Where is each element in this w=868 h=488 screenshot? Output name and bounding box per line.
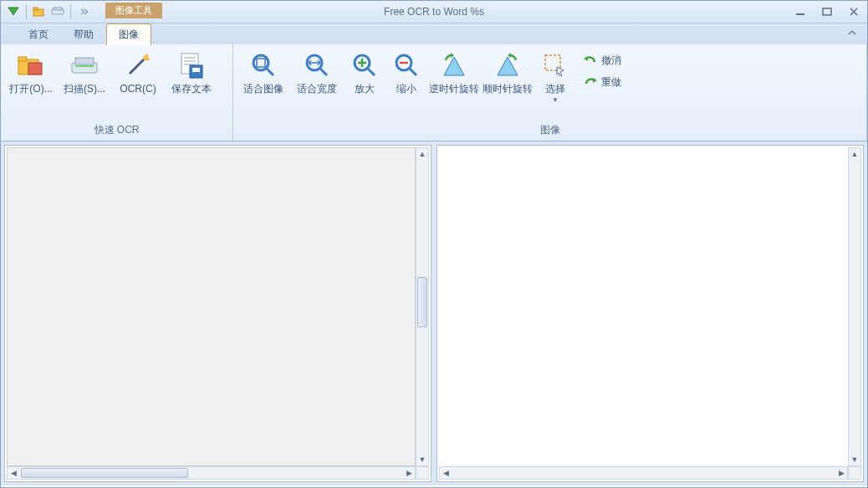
- vertical-scrollbar-left[interactable]: ▲ ▼: [416, 147, 429, 466]
- qat-divider: [26, 4, 27, 19]
- zoom-in-button[interactable]: 放大: [344, 48, 385, 98]
- svg-marker-33: [444, 57, 464, 75]
- rotate-ccw-label: 逆时针旋转: [429, 83, 479, 95]
- maximize-button[interactable]: [819, 4, 835, 19]
- scrollbar-corner: [416, 466, 429, 480]
- select-label: 选择: [545, 83, 565, 95]
- horizontal-scrollbar-left[interactable]: ◀ ▶: [7, 466, 416, 480]
- tab-image[interactable]: 图像: [106, 23, 151, 45]
- fit-width-icon: [303, 51, 331, 80]
- text-output-pane: ▲ ▼ ◀ ▶: [437, 145, 864, 482]
- scan-label: 扫描(S)...: [64, 83, 105, 95]
- svg-rect-11: [75, 58, 94, 64]
- svg-marker-35: [498, 57, 518, 75]
- text-area[interactable]: [439, 147, 848, 466]
- svg-line-27: [368, 69, 375, 75]
- scan-button[interactable]: 扫描(S)...: [58, 48, 111, 98]
- collapse-ribbon-icon[interactable]: [847, 28, 857, 41]
- svg-rect-5: [796, 13, 804, 15]
- open-label: 打开(O)...: [9, 83, 52, 95]
- scroll-right-icon[interactable]: ▶: [403, 467, 415, 479]
- undo-icon: [583, 53, 598, 68]
- fit-image-button[interactable]: 适合图像: [237, 48, 290, 98]
- rotate-cw-label: 顺时针旋转: [483, 83, 533, 95]
- rotate-cw-button[interactable]: 顺时针旋转: [481, 48, 534, 98]
- group-title-image: 图像: [237, 121, 863, 141]
- magic-wand-icon: [124, 51, 152, 80]
- undo-button[interactable]: 撤消: [580, 51, 625, 69]
- tab-home[interactable]: 首页: [16, 23, 61, 45]
- zoom-out-button[interactable]: 缩小: [385, 48, 427, 98]
- svg-line-31: [410, 69, 416, 75]
- window-controls: [792, 4, 862, 19]
- tab-help[interactable]: 帮助: [61, 23, 106, 45]
- titlebar: 图像工具 Free OCR to Word %s: [1, 1, 867, 23]
- scroll-down-icon[interactable]: ▼: [849, 454, 860, 465]
- rotate-ccw-icon: [440, 51, 468, 80]
- save-text-button[interactable]: 保存文本: [165, 48, 218, 98]
- redo-button[interactable]: 重做: [580, 73, 625, 91]
- ribbon: 打开(O)... 扫描(S)... OCR(C) 保存文本 快: [1, 44, 867, 141]
- group-title-quick-ocr: 快速 OCR: [4, 121, 229, 141]
- scroll-right-icon[interactable]: ▶: [835, 467, 847, 479]
- svg-point-21: [253, 55, 268, 70]
- ribbon-group-image: 适合图像 适合宽度 放大 缩小: [233, 44, 867, 141]
- zoom-in-label: 放大: [355, 83, 375, 95]
- zoom-out-label: 缩小: [396, 83, 416, 95]
- close-button[interactable]: [845, 4, 862, 19]
- redo-icon: [583, 74, 598, 90]
- undo-label: 撤消: [601, 54, 621, 68]
- rotate-cw-icon: [493, 51, 522, 80]
- fit-image-label: 适合图像: [243, 83, 283, 95]
- zoom-in-icon: [350, 51, 379, 80]
- image-canvas[interactable]: [7, 147, 416, 466]
- vertical-scrollbar-right[interactable]: ▲ ▼: [848, 147, 861, 466]
- scroll-left-icon[interactable]: ◀: [440, 467, 452, 479]
- scroll-up-icon[interactable]: ▲: [849, 148, 860, 160]
- scanner-icon: [70, 51, 99, 80]
- fit-width-label: 适合宽度: [297, 83, 337, 95]
- svg-rect-8: [18, 57, 27, 61]
- svg-line-22: [267, 69, 273, 75]
- zoom-out-icon: [392, 51, 421, 80]
- svg-marker-39: [593, 78, 597, 83]
- app-title: Free OCR to Word %s: [384, 6, 484, 18]
- ribbon-group-quick-ocr: 打开(O)... 扫描(S)... OCR(C) 保存文本 快: [1, 44, 233, 141]
- app-menu-icon[interactable]: [6, 4, 21, 19]
- svg-marker-0: [8, 8, 18, 15]
- svg-rect-4: [54, 8, 62, 10]
- svg-rect-23: [257, 59, 265, 67]
- save-text-label: 保存文本: [171, 83, 212, 95]
- scroll-down-icon[interactable]: ▼: [416, 454, 428, 465]
- qat-more-icon[interactable]: [76, 4, 91, 19]
- scroll-left-icon[interactable]: ◀: [8, 467, 19, 479]
- scrollbar-thumb[interactable]: [417, 277, 427, 327]
- chevron-down-icon: ▼: [552, 96, 559, 104]
- scrollbar-thumb[interactable]: [21, 468, 188, 478]
- ocr-button[interactable]: OCR(C): [111, 48, 165, 98]
- qat-scan-icon[interactable]: [50, 4, 65, 19]
- qat-divider-2: [70, 4, 71, 19]
- scroll-up-icon[interactable]: ▲: [416, 148, 428, 160]
- open-button[interactable]: 打开(O)...: [4, 48, 58, 98]
- select-button[interactable]: 选择 ▼: [534, 48, 576, 107]
- redo-label: 重做: [601, 75, 621, 90]
- svg-line-25: [320, 69, 327, 75]
- qat-open-icon[interactable]: [32, 4, 47, 19]
- ocr-label: OCR(C): [120, 83, 156, 95]
- save-text-icon: [177, 51, 206, 80]
- svg-rect-20: [192, 68, 200, 72]
- minimize-button[interactable]: [792, 4, 809, 19]
- svg-rect-6: [823, 8, 831, 15]
- fit-image-icon: [249, 51, 278, 80]
- horizontal-scrollbar-right[interactable]: ◀ ▶: [439, 466, 848, 480]
- tab-strip: 首页 帮助 图像: [1, 23, 867, 44]
- fit-width-button[interactable]: 适合宽度: [290, 48, 344, 98]
- image-preview-pane: ▲ ▼ ◀ ▶: [4, 145, 431, 482]
- svg-rect-2: [33, 8, 38, 10]
- content-area: ▲ ▼ ◀ ▶ ▲ ▼ ◀ ▶: [1, 141, 867, 485]
- svg-marker-38: [584, 56, 588, 61]
- svg-line-13: [130, 59, 145, 74]
- contextual-tab-title: 图像工具: [105, 3, 162, 18]
- rotate-ccw-button[interactable]: 逆时针旋转: [427, 48, 481, 98]
